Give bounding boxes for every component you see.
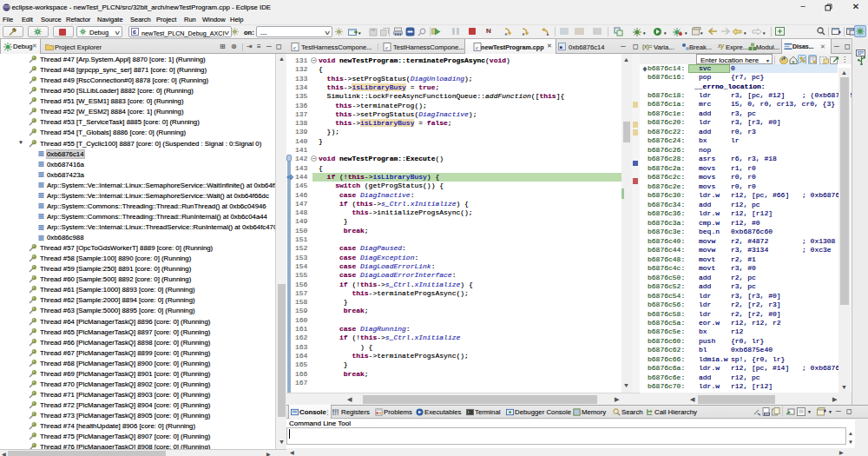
svg-text:c: c bbox=[293, 44, 296, 51]
svg-text:c: c bbox=[476, 44, 478, 51]
svg-text:c: c bbox=[385, 44, 388, 51]
